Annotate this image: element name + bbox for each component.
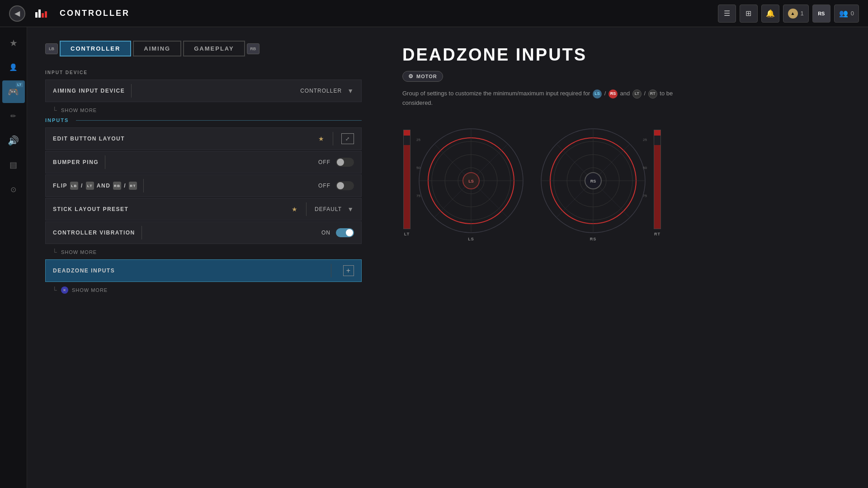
rt-bar: RT 25 50 75 [653,130,662,238]
input-device-section-label: INPUT DEVICE [45,70,362,75]
divider [142,226,142,239]
inputs-divider-line [76,120,362,121]
svg-text:LS: LS [468,179,474,183]
edit-button-label: EDIT BUTTON LAYOUT [53,136,125,142]
sidebar-item-audio[interactable]: 🔊 [2,129,25,152]
aiming-input-value: CONTROLLER ▼ [300,87,354,94]
rt-badge-desc: RT [648,89,657,99]
bumper-ping-toggle[interactable] [336,158,354,167]
divider [105,155,105,169]
dropdown-arrow-icon: ▼ [347,87,354,94]
lt-badge-desc: LT [632,89,642,99]
edit-button-layout-row[interactable]: EDIT BUTTON LAYOUT ★ ⤢ [45,127,362,150]
lb-key-badge: LB [70,182,78,190]
controller-vibration-row[interactable]: CONTROLLER VIBRATION ON [45,221,362,244]
bumper-ping-value: OFF [318,158,354,167]
divider [306,202,307,216]
sidebar-item-profile[interactable]: 👤 [2,56,25,79]
inputs-header: INPUTS [45,117,362,123]
expand-icon[interactable]: + [343,265,354,276]
stick-layout-row[interactable]: STICK LAYOUT PRESET ★ DEFAULT ▼ [45,198,362,221]
sidebar-item-controller[interactable]: 🎮 LT [2,80,25,103]
tab-controller[interactable]: CONTROLLER [60,41,131,56]
toggle-knob [346,229,353,236]
deadzone-label: DEADZONE INPUTS [53,267,115,274]
controller-vibration-label: CONTROLLER VIBRATION [53,230,135,236]
rt-bar-label: RT [654,232,660,236]
header: ◀ CONTROLLER ☰ ⊞ 🔔 ▲ 1 RS 👥 0 [0,0,868,27]
inputs-section-label: INPUTS [45,117,69,123]
players-display: 👥 0 [834,5,859,23]
divider [143,179,144,192]
flip-label: FLIP LB / LT AND RB / RT [53,182,137,190]
divider [333,132,333,145]
show-more-inputs[interactable]: └ SHOW MORE [45,245,362,259]
flip-value: OFF [318,181,354,190]
aiming-input-device-row[interactable]: AIMING INPUT DEVICE CONTROLLER ▼ [45,80,362,102]
motor-icon: ⚙ [408,73,414,80]
lt-key-badge: LT [86,182,94,190]
lt-badge: LT [16,82,23,87]
sidebar-item-edit[interactable]: ✏ [2,105,25,127]
deadzone-expand: + [325,264,354,277]
controller-vibration-value: ON [321,228,354,237]
rt-key-badge: RT [129,182,137,190]
aiming-input-label: AIMING INPUT DEVICE [53,88,125,94]
tree-line-icon: └ [52,249,57,256]
stick-layout-value: ★ DEFAULT ▼ [292,202,354,216]
grid-icon[interactable]: ⊞ [740,5,758,23]
divider [331,264,331,277]
lt-bar-label: LT [404,232,410,236]
open-icon[interactable]: ⤢ [341,133,354,144]
deadzone-inputs-row[interactable]: DEADZONE INPUTS + [45,259,362,282]
back-button[interactable]: ◀ [9,5,25,22]
x-badge-icon: ✕ [61,286,68,294]
lt-bar: LT 25 50 75 [402,130,411,238]
sidebar-item-network[interactable]: ⊙ [2,178,25,201]
tree-line-icon: └ [52,286,57,294]
show-more-deadzone[interactable]: └ ✕ SHOW MORE [45,283,362,297]
lb-bumper: LB [45,43,58,54]
game-logo [32,4,51,23]
tab-aiming[interactable]: AIMING [133,41,181,56]
ls-stick-svg: LS [417,127,525,235]
dropdown-arrow-icon: ▼ [347,206,354,213]
tabs-row: LB CONTROLLER AIMING GAMEPLAY RB [45,41,362,56]
sidebar-item-display[interactable]: ▤ [2,154,25,176]
ls-label: LS [468,237,474,241]
rb-key-badge: RB [113,182,121,190]
rb-bumper: RB [247,43,259,54]
rs-stick-svg: RS [539,127,647,235]
deadzone-title: DEADZONE INPUTS [402,45,845,65]
viz-sticks: LS LS [417,127,647,241]
sidebar-item-favorites[interactable]: ★ [2,32,25,54]
motor-badge: ⚙ MOTOR [402,71,443,82]
star-icon: ★ [292,206,298,213]
tab-gameplay[interactable]: GAMEPLAY [183,41,245,56]
tree-line-icon: └ [52,107,57,114]
deadzone-description: Group of settings to customize the minim… [402,89,674,107]
rs-stick-container: RS RS [539,127,647,241]
controller-vibration-toggle[interactable] [336,228,354,237]
bell-icon[interactable]: 🔔 [761,5,779,23]
ls-stick-container: LS LS [417,127,525,241]
page-title: CONTROLLER [60,9,130,18]
show-more-input-device[interactable]: └ SHOW MORE [45,103,362,117]
right-panel: DEADZONE INPUTS ⚙ MOTOR Group of setting… [380,27,868,488]
rs-button[interactable]: RS [812,5,830,23]
bumper-ping-label: BUMPER PING [53,159,99,165]
bumper-ping-row[interactable]: BUMPER PING OFF [45,151,362,174]
star-icon: ★ [318,135,325,142]
stick-layout-label: STICK LAYOUT PRESET [53,206,128,212]
rs-label: RS [590,237,597,241]
svg-text:RS: RS [590,179,596,183]
sidebar: ★ 👤 🎮 LT ✏ 🔊 ▤ ⊙ [0,27,27,488]
flip-toggle[interactable] [336,181,354,190]
flip-row[interactable]: FLIP LB / LT AND RB / RT OFF [45,174,362,197]
divider [131,84,132,98]
logo-icon [32,4,51,23]
toggle-knob [337,182,344,189]
score-display: ▲ 1 [783,5,809,23]
menu-icon[interactable]: ☰ [718,5,736,23]
edit-button-value: ★ ⤢ [318,132,354,145]
